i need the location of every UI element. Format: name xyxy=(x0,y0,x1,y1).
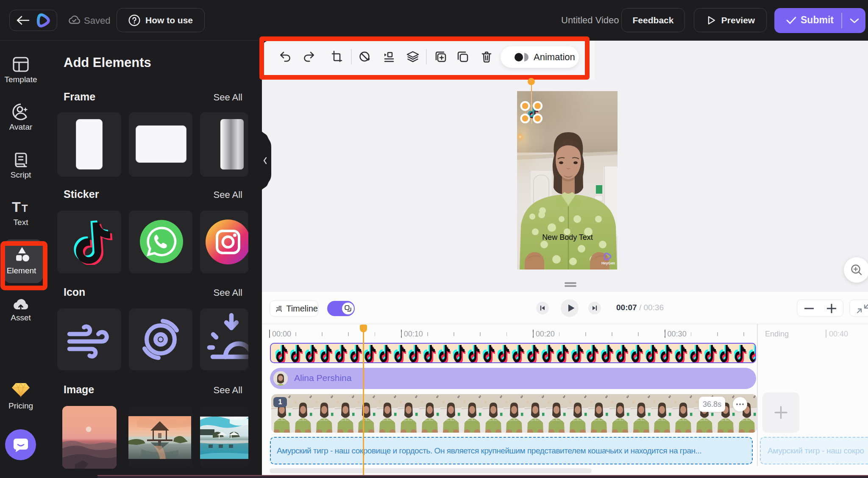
svg-text:HeyGen: HeyGen xyxy=(601,261,615,265)
svg-text:T: T xyxy=(22,203,28,214)
svg-text:New Body Text: New Body Text xyxy=(542,233,593,242)
svg-text:T: T xyxy=(12,199,21,215)
